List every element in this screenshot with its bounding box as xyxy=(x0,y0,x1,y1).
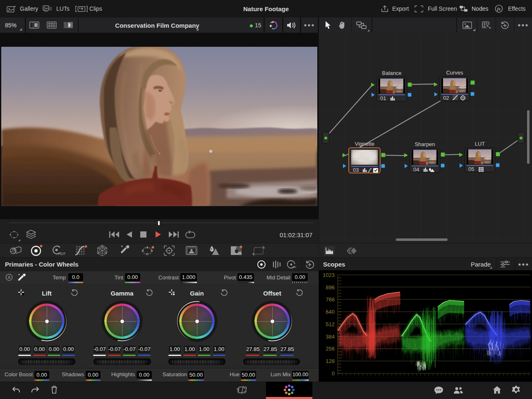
svg-text:HDR: HDR xyxy=(58,251,65,256)
svg-text:A: A xyxy=(8,275,11,280)
svg-text:fx: fx xyxy=(497,7,501,11)
svg-text:LOG: LOG xyxy=(292,266,297,268)
